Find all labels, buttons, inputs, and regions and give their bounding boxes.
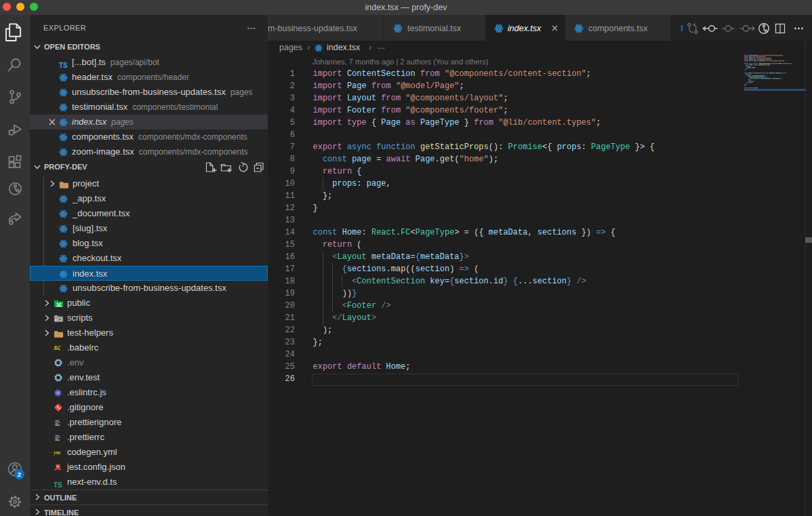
svg-text:ym: ym xyxy=(54,450,60,456)
